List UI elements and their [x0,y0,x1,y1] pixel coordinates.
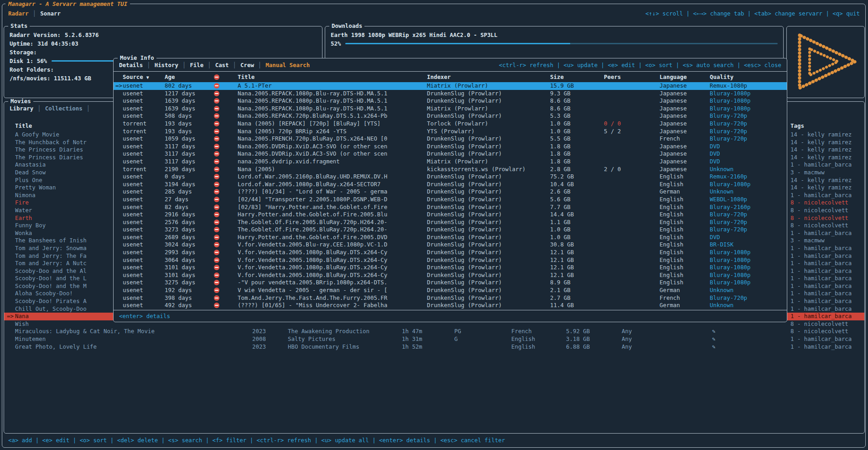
movie-tag: 1 - hamilcar_barca [787,298,864,305]
release-row[interactable]: usenet3101 daysV.for.Vendetta.2005.1080p… [114,272,787,279]
search-header-rejected[interactable] [214,72,238,82]
search-header-title[interactable]: Title [238,72,427,82]
release-indexer: DrunkenSlug (Prowlarr) [427,173,550,181]
release-row[interactable]: usenet285 days(????) [01/34] - "Lord of … [114,188,787,196]
release-row[interactable]: usenet3024 daysV.for.Vendetta.2005.Blu-r… [114,241,787,249]
tab-manual-search[interactable]: Manual Search [265,62,310,68]
selection-arrow [7,275,15,283]
release-indexer: DrunkenSlug (Prowlarr) [427,279,550,287]
release-indexer: DrunkenSlug (Prowlarr) [427,226,550,234]
release-quality: Bluray-1080p [710,105,787,113]
release-language: Japanese [660,97,710,105]
tab-details[interactable]: Details [119,62,143,68]
rejected-cell [214,82,238,90]
tab-sonarr[interactable]: Sonarr [40,10,61,17]
selection-arrow [7,222,15,230]
release-source: usenet [123,241,165,249]
release-size: 11.4 GB [550,302,604,309]
tab-collections[interactable]: Collections [45,105,83,112]
release-row[interactable]: usenet3117 daysNana.2005.DVDRip.XviD.AC3… [114,150,787,158]
release-row[interactable]: usenet2689 daysHarry.Potter.and.the.Gobl… [114,234,787,241]
uptime-label: Uptime: [10,39,33,48]
tab-file[interactable]: File [190,62,203,68]
release-row[interactable]: usenet508 daysNana.2005.REPACK.720p.BluR… [114,112,787,120]
release-quality: Remux-1080p [710,82,787,90]
release-row[interactable]: usenet0 daysLord.of.War.2005.2160p.BluRa… [114,173,787,181]
library-header-tags[interactable]: Tags [787,122,864,129]
release-quality: Bluray-2160p [710,204,787,211]
search-header-age[interactable]: Age [165,72,214,82]
no-entry-icon [214,204,219,210]
movie-tag: 8 - nicolecolvett [787,328,864,335]
release-row[interactable]: usenet3117 daysnana.2005.dvdrip.xvid.fra… [114,158,787,166]
search-header-language[interactable]: Language [660,72,710,82]
release-size: 5.5 GB [550,135,604,143]
movie-tag: 14 - kelly ramirez [787,184,864,192]
movie-tag: 1 - hamilcar_barca [787,192,864,199]
search-header-quality[interactable]: Quality [710,72,787,82]
search-header-row: Source▼ Age Title Indexer Size Peers Lan… [114,72,787,82]
release-language: German [660,188,710,196]
selection-arrow [7,207,15,215]
release-row[interactable]: =>usenet802 daysA 5.1-PTerMiatrix (Prowl… [114,82,787,90]
release-quality: BR-DISK [710,241,787,249]
release-row[interactable]: torrent193 daysNana (2005) 720p BRRip x2… [114,128,787,136]
release-row[interactable]: usenet398 daysTom.And.Jerry.The.Fast.And… [114,294,787,302]
movies-panel-title: Movies [8,98,33,105]
release-row[interactable]: usenet2993 daysV.for.Vendetta.2005.1080p… [114,249,787,256]
release-row[interactable]: torrent2190 daysNana (2005)kickasstorren… [114,166,787,173]
release-row[interactable]: torrent193 daysNana (2005) [REPACK] [720… [114,120,787,128]
release-row[interactable]: usenet192 daysV wie Vendetta - 2005 - ge… [114,287,787,294]
release-indexer: DrunkenSlug (Prowlarr) [427,211,550,219]
search-header-indexer[interactable]: Indexer [427,72,550,82]
tab-crew[interactable]: Crew [240,62,254,68]
release-row[interactable]: usenet1217 daysNana.2005.REPACK.1080p.Bl… [114,90,787,98]
tab-history[interactable]: History [155,62,178,68]
release-row[interactable]: usenet1639 daysNana.2005.REPACK.1080p.Bl… [114,97,787,105]
selection-arrow [115,143,123,151]
release-row[interactable]: usenet3064 daysV.for.Vendetta.2005.1080p… [114,256,787,264]
release-row[interactable]: usenet3275 days-"V pour vendetta.2005.BR… [114,279,787,287]
release-age: 1217 days [165,90,214,98]
selection-arrow [7,267,15,275]
movie-size: 3.18 GB [566,335,622,343]
release-row[interactable]: usenet3101 daysV.for.Vendetta.2005.1080p… [114,264,787,272]
release-row[interactable]: usenet1639 daysNana.2005.REPACK.1080p.Bl… [114,105,787,113]
movie-studio: The Awakening Production [288,328,402,335]
release-peers [604,105,660,113]
rejected-cell [214,150,238,158]
release-row[interactable]: usenet3194 daysLord.of.War.2005.1080p.Bl… [114,181,787,188]
search-header-source[interactable]: Source▼ [123,72,165,82]
release-row[interactable]: usenet2576 daysThe.Goblet.Of.Fire.2005.B… [114,219,787,226]
library-row[interactable]: Minutemen2008Salty Pictures1h 31mGEnglis… [4,335,864,343]
tab-library[interactable]: Library [10,105,33,112]
release-language: Japanese [660,105,710,113]
rejected-cell [214,143,238,151]
release-age: 2689 days [165,234,214,241]
release-peers [604,173,660,181]
release-peers [604,287,660,294]
release-row[interactable]: usenet2916 daysHarry.Potter.and.the.Gobl… [114,211,787,219]
search-header-size[interactable]: Size [550,72,604,82]
release-row[interactable]: usenet492 days(????) [01/65] - "Miss Und… [114,302,787,309]
release-row[interactable]: usenet3273 daysThe.Goblet.Of.Fire.2005.B… [114,226,787,234]
release-age: 508 days [165,112,214,120]
library-row[interactable]: Great Photo, Lovely Life2023HBO Document… [4,343,864,351]
release-size: 5.3 GB [550,112,604,120]
release-title: Nana.2005.DVDRip.XviD.AC3-SVO (or other … [238,150,427,158]
selection-arrow [7,283,15,290]
library-row[interactable]: Miraculous: Ladybug & Cat Noir, The Movi… [4,328,864,335]
release-quality: DVD [710,143,787,151]
download-item[interactable]: Earth 1998 1080p WEBRip x265 Hindi AAC2.… [331,31,778,39]
tab-radarr[interactable]: Radarr [8,10,29,17]
release-row[interactable]: usenet27 days[02/44] "Transporter 2.2005… [114,196,787,204]
release-row[interactable]: usenet1059 daysNana.2005.FRENCH.720p.Blu… [114,135,787,143]
search-header-peers[interactable]: Peers [604,72,660,82]
release-age: 82 days [165,204,214,211]
release-row[interactable]: usenet82 days[02/83] "Harry.Potter.and.t… [114,204,787,211]
tab-cast[interactable]: Cast [215,62,229,68]
selection-arrow [115,173,123,181]
release-row[interactable]: usenet3117 daysNana.2005.DVDRip.XviD.AC3… [114,143,787,151]
release-peers [604,272,660,279]
release-indexer: DrunkenSlug (Prowlarr) [427,150,550,158]
